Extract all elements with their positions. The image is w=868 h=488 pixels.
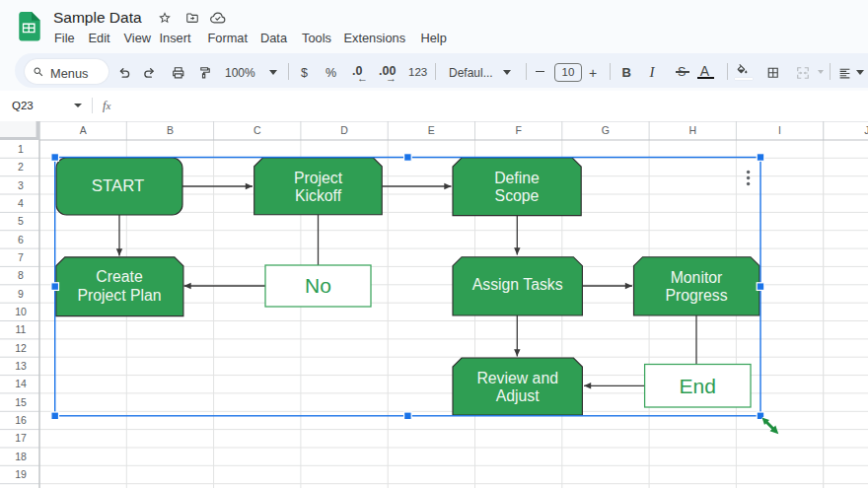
svg-text:Project Plan: Project Plan (77, 287, 161, 304)
svg-text:START: START (92, 176, 144, 195)
svg-text:Define: Define (494, 170, 540, 186)
svg-text:Scope: Scope (495, 187, 540, 204)
svg-text:Create: Create (96, 268, 143, 285)
svg-text:Monitor: Monitor (671, 269, 723, 286)
svg-text:Kickoff: Kickoff (295, 187, 342, 204)
svg-text:Review and: Review and (476, 370, 558, 386)
svg-text:Assign Tasks: Assign Tasks (472, 276, 563, 293)
svg-text:Progress: Progress (665, 287, 727, 304)
svg-text:No: No (305, 274, 331, 297)
svg-text:Project: Project (294, 170, 343, 186)
svg-text:Adjust: Adjust (496, 387, 541, 404)
svg-text:End: End (680, 375, 716, 397)
